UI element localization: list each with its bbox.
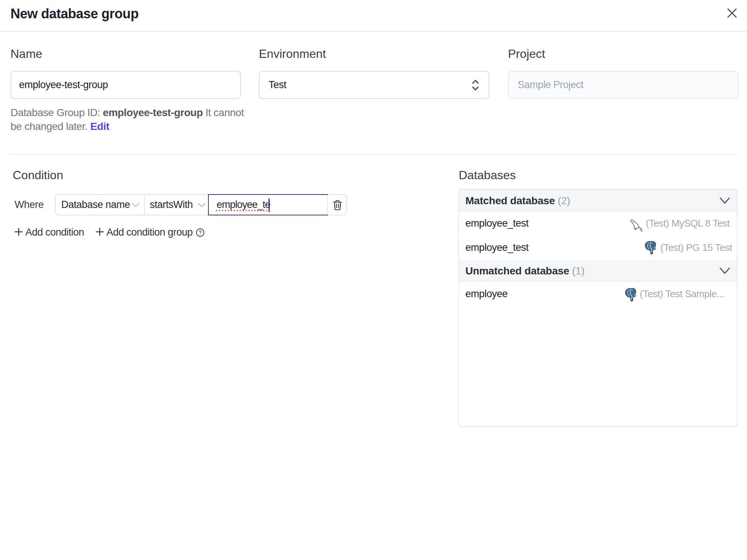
svg-text:?: ?: [199, 230, 202, 236]
